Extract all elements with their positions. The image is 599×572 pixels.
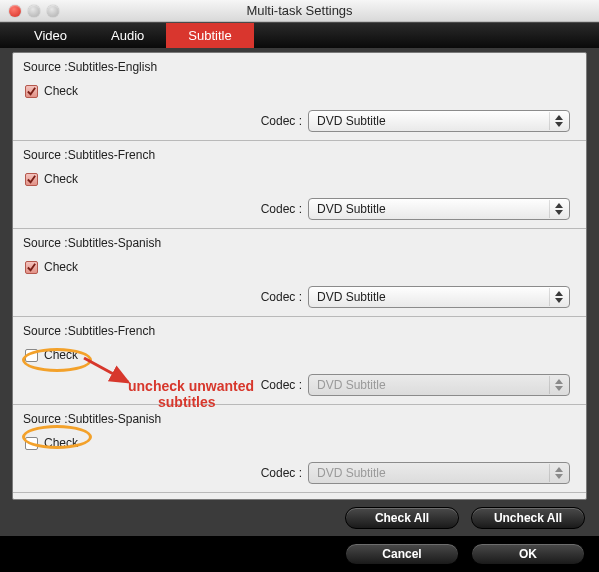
cancel-button[interactable]: Cancel bbox=[345, 543, 459, 565]
check-checkbox[interactable] bbox=[25, 437, 38, 450]
codec-select: DVD Subtitle bbox=[308, 374, 570, 396]
tab-bar: Video Audio Subtitle bbox=[0, 22, 599, 48]
codec-value: DVD Subtitle bbox=[317, 378, 386, 392]
codec-select[interactable]: DVD Subtitle bbox=[308, 286, 570, 308]
codec-label: Codec : bbox=[261, 114, 302, 128]
window-controls bbox=[0, 5, 59, 17]
check-label: Check bbox=[44, 84, 78, 98]
codec-select[interactable]: DVD Subtitle bbox=[308, 110, 570, 132]
check-buttons-bar: Check All Uncheck All bbox=[0, 500, 599, 536]
subtitle-row: Source :Subtitles-Spanish Check Codec : … bbox=[13, 229, 586, 317]
codec-label: Codec : bbox=[261, 202, 302, 216]
codec-label: Codec : bbox=[261, 466, 302, 480]
check-checkbox[interactable] bbox=[25, 173, 38, 186]
check-label: Check bbox=[44, 348, 78, 362]
source-label: Source :Subtitles-French bbox=[23, 148, 576, 162]
select-arrows-icon bbox=[549, 112, 567, 130]
check-label: Check bbox=[44, 260, 78, 274]
check-label: Check bbox=[44, 436, 78, 450]
source-label: Source :Subtitles-Spanish bbox=[23, 412, 576, 426]
check-label: Check bbox=[44, 172, 78, 186]
codec-value: DVD Subtitle bbox=[317, 290, 386, 304]
window-title: Multi-task Settings bbox=[0, 3, 599, 18]
source-label: Source :Subtitles-Spanish bbox=[23, 236, 576, 250]
close-window-button[interactable] bbox=[9, 5, 21, 17]
codec-select[interactable]: DVD Subtitle bbox=[308, 198, 570, 220]
source-label: Source :Subtitles-French bbox=[23, 324, 576, 338]
codec-value: DVD Subtitle bbox=[317, 114, 386, 128]
subtitle-row: Source :Subtitles-French Check Codec : D… bbox=[13, 317, 586, 405]
check-all-button[interactable]: Check All bbox=[345, 507, 459, 529]
uncheck-all-button[interactable]: Uncheck All bbox=[471, 507, 585, 529]
select-arrows-icon bbox=[549, 200, 567, 218]
select-arrows-icon bbox=[549, 464, 567, 482]
tab-video[interactable]: Video bbox=[12, 23, 89, 48]
codec-value: DVD Subtitle bbox=[317, 466, 386, 480]
dialog-buttons-bar: Cancel OK bbox=[0, 536, 599, 572]
titlebar: Multi-task Settings bbox=[0, 0, 599, 22]
subtitle-panel: Source :Subtitles-English Check Codec : … bbox=[12, 52, 587, 500]
subtitle-row: Source :Subtitles-English Check Codec : … bbox=[13, 53, 586, 141]
check-checkbox[interactable] bbox=[25, 261, 38, 274]
minimize-window-button[interactable] bbox=[28, 5, 40, 17]
source-label: Source :Subtitles-English bbox=[23, 60, 576, 74]
codec-select: DVD Subtitle bbox=[308, 462, 570, 484]
codec-label: Codec : bbox=[261, 378, 302, 392]
select-arrows-icon bbox=[549, 376, 567, 394]
codec-label: Codec : bbox=[261, 290, 302, 304]
subtitle-row: Source :Subtitles-French Check Codec : D… bbox=[13, 141, 586, 229]
check-checkbox[interactable] bbox=[25, 85, 38, 98]
check-checkbox[interactable] bbox=[25, 349, 38, 362]
zoom-window-button[interactable] bbox=[47, 5, 59, 17]
subtitle-row: Source :Subtitles-Spanish Check Codec : … bbox=[13, 405, 586, 493]
tab-subtitle[interactable]: Subtitle bbox=[166, 23, 253, 48]
codec-value: DVD Subtitle bbox=[317, 202, 386, 216]
ok-button[interactable]: OK bbox=[471, 543, 585, 565]
select-arrows-icon bbox=[549, 288, 567, 306]
tab-audio[interactable]: Audio bbox=[89, 23, 166, 48]
